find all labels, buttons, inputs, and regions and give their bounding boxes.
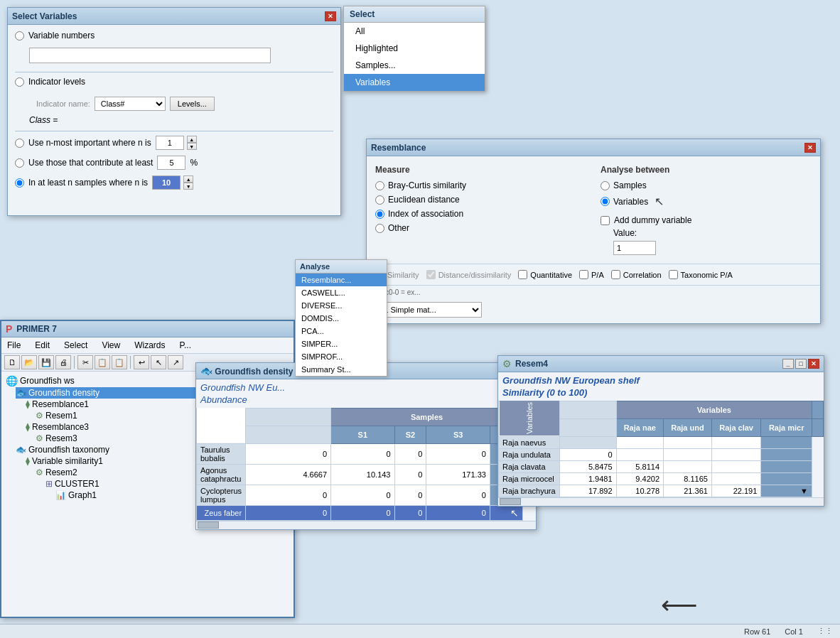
analyse-pca-item[interactable]: PCA... <box>296 325 387 337</box>
index-of-association-radio[interactable] <box>375 210 384 219</box>
table-row[interactable]: Raja microocel 1.9481 9.4202 8.1165 <box>499 472 824 485</box>
resemblance-close-button[interactable]: ✕ <box>804 143 816 153</box>
groundfish-table-scroll[interactable]: Variables Samples S1 S2 S3 S4 Taurulus b… <box>196 408 536 521</box>
in-at-least-radio[interactable] <box>15 178 24 188</box>
groundfish-hscroll-thumb[interactable] <box>198 521 219 529</box>
table-row[interactable]: Raja naevus <box>499 436 824 448</box>
toolbar-print[interactable]: 🖨 <box>55 355 71 369</box>
taurulus-s2: 0 <box>331 443 394 464</box>
in-at-least-input[interactable] <box>152 175 181 190</box>
other-radio[interactable] <box>375 224 384 233</box>
bray-curtis-radio[interactable] <box>375 181 384 190</box>
toolbar-paste[interactable]: 📋 <box>112 355 127 369</box>
menu-extra[interactable]: P... <box>177 339 194 352</box>
indicator-levels-radio[interactable] <box>15 77 24 87</box>
analyse-summary-item[interactable]: Summary St... <box>296 363 387 376</box>
dummy-value-row: Value: <box>613 228 812 238</box>
toolbar-new[interactable]: 🗋 <box>4 355 20 369</box>
raja-undulata-col3 <box>711 448 760 460</box>
n-most-radio[interactable] <box>15 139 24 148</box>
n-most-down[interactable]: ▼ <box>187 143 197 150</box>
analyse-domdis-item[interactable]: DOMDIS... <box>296 312 387 325</box>
select-menu-item-variables[interactable]: Variables <box>344 74 485 91</box>
table-row[interactable]: Raja undulata 0 <box>499 448 824 460</box>
menu-file[interactable]: File <box>4 339 23 352</box>
bray-curtis-option: Bray-Curtis similarity <box>375 180 586 190</box>
raja-clavata-col0: 5.8475 <box>559 460 616 472</box>
resem4-title-group: ⚙ Resem4 <box>502 358 548 369</box>
table-row[interactable]: Agonus cataphractu 4.6667 10.143 0 171.3… <box>197 464 536 485</box>
in-at-least-up[interactable]: ▲ <box>183 175 193 183</box>
contribute-input[interactable] <box>157 156 185 170</box>
row-raja-microocel: Raja microocel <box>499 472 560 485</box>
indicator-name-label: Indicator name: <box>36 99 90 108</box>
quantitative-checkbox[interactable] <box>518 270 527 279</box>
samples-option: Samples <box>601 180 812 190</box>
resem4-table-scroll[interactable]: Variables Variables Raja nae Raja und Ra… <box>498 401 824 497</box>
toolbar-open[interactable]: 📂 <box>21 355 37 369</box>
toolbar-copy[interactable]: 📋 <box>95 355 110 369</box>
class-hash-select[interactable]: Class# <box>95 97 166 111</box>
table-row[interactable]: Taurulus bubalis 0 0 0 0 <box>197 443 536 464</box>
in-at-least-down[interactable]: ▼ <box>183 183 193 190</box>
resem4-hscroll-thumb[interactable] <box>500 498 521 505</box>
dissimilarity-checkbox[interactable] <box>426 270 436 279</box>
analyse-caswell-item[interactable]: CASWELL... <box>296 286 387 299</box>
groundfish-subtitle1: Groundfish NW Eu... <box>200 382 285 393</box>
select-variables-titlebar: Select Variables ✕ <box>8 8 340 25</box>
groundfish-hscroll[interactable] <box>196 521 536 529</box>
variable-numbers-radio[interactable] <box>15 31 24 40</box>
resem4-maximize[interactable]: □ <box>795 359 807 369</box>
resem4-minimize[interactable]: _ <box>782 359 794 369</box>
variable-numbers-input[interactable] <box>29 48 271 63</box>
resem2-label: Resem2 <box>45 467 77 477</box>
resem4-close[interactable]: ✕ <box>808 359 819 369</box>
variables-radio[interactable] <box>601 197 610 206</box>
contribute-radio[interactable] <box>15 158 24 168</box>
resem4-empty-header2 <box>559 418 616 436</box>
resem4-scroll-header2 <box>812 418 824 436</box>
toolbar-cut[interactable]: ✂ <box>77 355 93 369</box>
euclidean-radio[interactable] <box>375 195 384 205</box>
analyse-simprof-item[interactable]: SIMPROF... <box>296 350 387 363</box>
table-row[interactable]: Raja clavata 5.8475 5.8114 <box>499 460 824 472</box>
row-raja-clavata: Raja clavata <box>499 460 560 472</box>
dummy-variable-checkbox[interactable] <box>601 216 610 225</box>
menu-select[interactable]: Select <box>61 339 90 352</box>
table-row[interactable]: Raja brachyura 17.892 10.278 21.361 22.1… <box>499 485 824 497</box>
levels-button[interactable]: Levels... <box>170 97 215 111</box>
menu-edit[interactable]: Edit <box>32 339 53 352</box>
select-menu-item-samples[interactable]: Samples... <box>344 57 485 74</box>
resemblance-titlebar: Resemblance ✕ <box>367 139 820 156</box>
analyse-simper-item[interactable]: SIMPER... <box>296 337 387 350</box>
toolbar-pointer[interactable]: ↖ <box>151 355 166 369</box>
resem4-subtitle1: Groundfish NW European shelf <box>502 375 640 386</box>
raja-microocel-col0: 1.9481 <box>559 472 616 485</box>
toolbar-extra1[interactable]: ↗ <box>168 355 183 369</box>
analyse-diverse-item[interactable]: DIVERSE... <box>296 299 387 312</box>
correlation-checkbox[interactable] <box>611 270 620 279</box>
n-most-up[interactable]: ▲ <box>187 136 197 143</box>
analyse-resemblance-item[interactable]: Resemblanc... <box>296 274 387 286</box>
toolbar-save[interactable]: 💾 <box>38 355 54 369</box>
similarity-checkbox-label: Similarity <box>387 271 419 279</box>
s1-select[interactable]: S1 Simple mat... <box>375 302 482 318</box>
raja-microocel-col1: 9.4202 <box>616 472 663 485</box>
samples-radio[interactable] <box>601 181 610 190</box>
menu-view[interactable]: View <box>99 339 123 352</box>
toolbar-undo[interactable]: ↩ <box>134 355 149 369</box>
raja-naevus-col3 <box>711 436 760 448</box>
resem4-hscroll[interactable] <box>498 497 824 506</box>
table-row[interactable]: Cyclopterus lumpus 0 0 0 0 <box>197 485 536 505</box>
dummy-value-input[interactable] <box>613 241 656 255</box>
taxonomic-pa-checkbox[interactable] <box>669 270 678 279</box>
close-button[interactable]: ✕ <box>325 11 336 21</box>
n-most-input[interactable] <box>156 136 184 150</box>
pa-checkbox[interactable] <box>579 270 588 279</box>
select-menu-item-highlighted[interactable]: Highlighted <box>344 40 485 57</box>
select-menu-item-all[interactable]: All <box>344 23 485 40</box>
raja-microocel-col3 <box>711 472 760 485</box>
table-row[interactable]: Zeus faber 0 0 0 0 ↖ <box>197 505 536 520</box>
resem4-empty-header <box>559 401 616 418</box>
menu-wizards[interactable]: Wizards <box>131 339 168 352</box>
